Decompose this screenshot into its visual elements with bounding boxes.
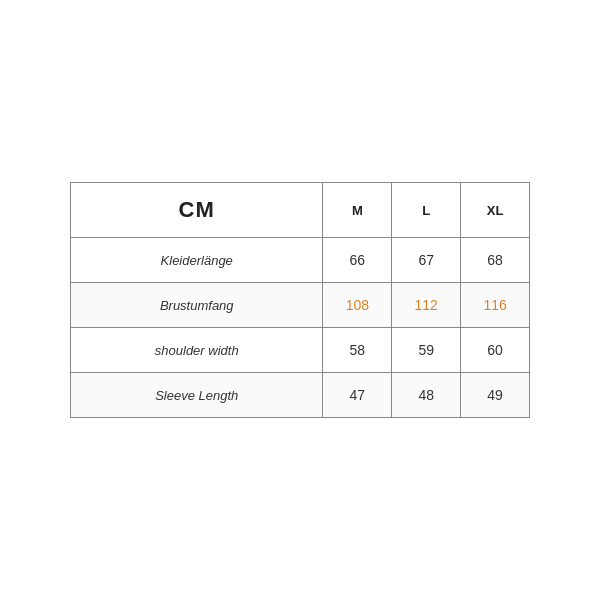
table-row: Sleeve Length474849 — [71, 373, 530, 418]
table-row: shoulder width585960 — [71, 328, 530, 373]
size-chart-table: CM M L XL Kleiderlänge666768Brustumfang1… — [70, 182, 530, 418]
row-label: Sleeve Length — [71, 373, 323, 418]
row-value: 49 — [461, 373, 530, 418]
row-value: 112 — [392, 283, 461, 328]
size-l-header: L — [392, 183, 461, 238]
row-value: 60 — [461, 328, 530, 373]
size-chart-container: CM M L XL Kleiderlänge666768Brustumfang1… — [70, 182, 530, 418]
row-value: 59 — [392, 328, 461, 373]
row-value: 68 — [461, 238, 530, 283]
row-label: shoulder width — [71, 328, 323, 373]
table-header-row: CM M L XL — [71, 183, 530, 238]
table-row: Brustumfang108112116 — [71, 283, 530, 328]
row-value: 108 — [323, 283, 392, 328]
row-value: 48 — [392, 373, 461, 418]
size-m-header: M — [323, 183, 392, 238]
row-label: Brustumfang — [71, 283, 323, 328]
row-value: 58 — [323, 328, 392, 373]
table-row: Kleiderlänge666768 — [71, 238, 530, 283]
cm-header: CM — [71, 183, 323, 238]
row-value: 47 — [323, 373, 392, 418]
size-xl-header: XL — [461, 183, 530, 238]
row-value: 116 — [461, 283, 530, 328]
row-label: Kleiderlänge — [71, 238, 323, 283]
row-value: 66 — [323, 238, 392, 283]
row-value: 67 — [392, 238, 461, 283]
